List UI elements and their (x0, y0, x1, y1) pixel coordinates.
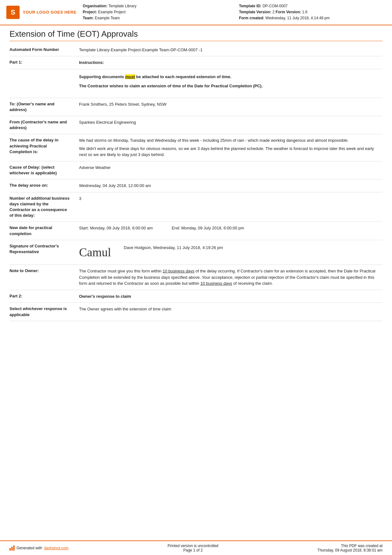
header-meta: Organisation: Template Library Project: … (83, 3, 383, 22)
part2-value: Owner's response to claim (73, 290, 383, 303)
note-row: Note to Owner: The Contractor must give … (9, 265, 383, 290)
business-days-label: Number of additional business days claim… (9, 192, 73, 222)
content: Automated Form Number Template Library-E… (0, 44, 392, 540)
cause-delay-label: The cause of the delay in achieving Prac… (9, 134, 73, 161)
cause-delay-row: The cause of the delay in achieving Prac… (9, 134, 383, 161)
template-version-label: Template Version: (239, 10, 271, 14)
form-created-value: Wednesday, 11 July 2018, 4:14:49 pm (265, 16, 330, 20)
template-id-value: DP-COM-0007 (262, 4, 287, 8)
new-date-value: Start: Monday, 09 July 2018, 6:00:00 am … (73, 222, 383, 240)
instructions-line1: Supporting documents must be attached to… (79, 74, 383, 79)
form-created-label: Form created: (239, 16, 264, 20)
header: S YOUR LOGO GOES HERE Organisation: Temp… (0, 0, 392, 25)
template-id-label: Template ID: (239, 4, 261, 8)
to-value: Frank Smithers, 25 Peters Street, Sydney… (73, 98, 383, 116)
new-date-end: End: Monday, 09 July 2018, 6:00:00 pm (172, 225, 244, 231)
from-label: From (Contractor's name and address) (9, 116, 73, 134)
bar3 (13, 546, 15, 551)
select-response-value: The Owner agrees with the extension of t… (73, 303, 383, 321)
form-created-line: Form created: Wednesday, 11 July 2018, 4… (239, 15, 383, 21)
automated-form-number-value: Template Library-Example Project-Example… (73, 44, 383, 56)
cause-delay-value1: We had storms on Monday, Tuesday and Wed… (79, 137, 383, 144)
cause-of-delay-value: Adverse Weather (73, 161, 383, 179)
note-value: The Contractor must give you this form w… (73, 265, 383, 290)
footer-right: This PDF was created at Thursday, 09 Aug… (317, 544, 383, 552)
org-line: Organisation: Template Library (83, 3, 226, 9)
signature-name: Dave Hodgson, Wednesday, 11 July 2018, 4… (124, 243, 223, 251)
header-col-left: Organisation: Template Library Project: … (83, 3, 226, 22)
project-value: Example Project (98, 10, 126, 14)
footer-center: Printed version is uncontrolled Page 1 o… (168, 544, 218, 552)
note-label: Note to Owner: (9, 265, 73, 290)
team-line: Team: Example Team (83, 15, 226, 21)
part1-value: Instructions: (73, 56, 383, 69)
delay-arose-value: Wednesday, 04 July 2018, 12:00:00 am (73, 179, 383, 192)
from-row: From (Contractor's name and address) Spa… (9, 116, 383, 134)
to-label: To: (Owner's name and address) (9, 98, 73, 116)
note-underline2: 10 business days (200, 281, 232, 286)
footer-page-line1: Printed version is uncontrolled (168, 544, 218, 548)
footer-created-line2: Thursday, 09 August 2018, 8:38:01 am (317, 548, 383, 552)
project-label: Project: (83, 10, 97, 14)
dashpivot-icon (9, 546, 15, 551)
part2-row: Part 2: Owner's response to claim (9, 290, 383, 303)
bar1 (9, 548, 11, 551)
business-days-row: Number of additional business days claim… (9, 192, 383, 222)
project-line: Project: Example Project (83, 9, 226, 15)
note-underline1: 10 business days (162, 269, 194, 273)
logo-text: YOUR LOGO GOES HERE (23, 10, 77, 15)
signature-row: Signature of Contractor's Representative… (9, 240, 383, 265)
business-days-value: 3 (73, 192, 383, 222)
part1-row: Part 1: Instructions: (9, 56, 383, 69)
cause-of-delay-row: Cause of Delay: (select whichever is app… (9, 161, 383, 179)
signature-cursive-area: Camul (79, 243, 111, 262)
signature-cursive: Camul (79, 245, 111, 260)
select-response-row: Select whichever response is applicable … (9, 303, 383, 321)
instructions-block: Supporting documents must be attached to… (9, 69, 383, 98)
note-text-3: of receiving the claim. (232, 281, 273, 286)
instructions-line2: The Contractor wishes to claim an extens… (79, 84, 383, 88)
cause-delay-value2: We didn't work any of these days for obv… (79, 146, 383, 158)
from-value: Sparkies Electrical Engineering (73, 116, 383, 134)
template-id-line: Template ID: DP-COM-0007 (239, 3, 383, 9)
template-version-value: 2 (273, 10, 275, 14)
new-date-label: New date for practical completion (9, 222, 73, 240)
signature-area: Camul Dave Hodgson, Wednesday, 11 July 2… (73, 240, 383, 265)
automated-form-number-row: Automated Form Number Template Library-E… (9, 44, 383, 57)
footer-created-line1: This PDF was created at (317, 544, 383, 548)
logo-icon: S (6, 6, 20, 19)
form-version-value: 1.6 (302, 10, 308, 14)
automated-form-number-label: Automated Form Number (9, 44, 73, 56)
main-title-area: Extension of Time (EOT) Approvals (0, 25, 392, 44)
footer-link[interactable]: dashpivot.com (44, 546, 68, 550)
team-value: Example Team (95, 16, 120, 20)
svg-text:S: S (11, 8, 15, 16)
org-value: Template Library (108, 4, 137, 8)
form-version-label: Form Version: (276, 10, 301, 14)
org-label: Organisation: (83, 4, 107, 8)
footer-page-line2: Page 1 of 2 (168, 548, 218, 552)
select-response-label: Select whichever response is applicable (9, 303, 73, 321)
bar2 (11, 547, 13, 551)
signature-label: Signature of Contractor's Representative (9, 240, 73, 265)
new-date-row-inner: Start: Monday, 09 July 2018, 6:00:00 am … (79, 225, 383, 231)
delay-arose-label: The delay arose on: (9, 179, 73, 192)
new-date-row: New date for practical completion Start:… (9, 222, 383, 240)
part2-label: Part 2: (9, 290, 73, 303)
must-highlight: must (125, 74, 135, 79)
part1-label: Part 1: (9, 56, 73, 69)
note-text-1: The Contractor must give you this form w… (79, 269, 162, 273)
delay-arose-row: The delay arose on: Wednesday, 04 July 2… (9, 179, 383, 192)
new-date-start: Start: Monday, 09 July 2018, 6:00:00 am (79, 225, 153, 231)
template-version-line: Template Version: 2 Form Version: 1.6 (239, 9, 383, 15)
main-title: Extension of Time (EOT) Approvals (9, 29, 383, 41)
footer-left: Generated with dashpivot.com (9, 546, 69, 551)
logo-area: S YOUR LOGO GOES HERE (6, 3, 83, 22)
header-col-right: Template ID: DP-COM-0007 Template Versio… (239, 3, 383, 22)
cause-of-delay-label: Cause of Delay: (select whichever is app… (9, 161, 73, 179)
footer: Generated with dashpivot.com Printed ver… (0, 540, 392, 555)
team-label: Team: (83, 16, 94, 20)
footer-generated-text: Generated with (16, 546, 42, 550)
cause-delay-value: We had storms on Monday, Tuesday and Wed… (73, 134, 383, 161)
to-row: To: (Owner's name and address) Frank Smi… (9, 98, 383, 116)
